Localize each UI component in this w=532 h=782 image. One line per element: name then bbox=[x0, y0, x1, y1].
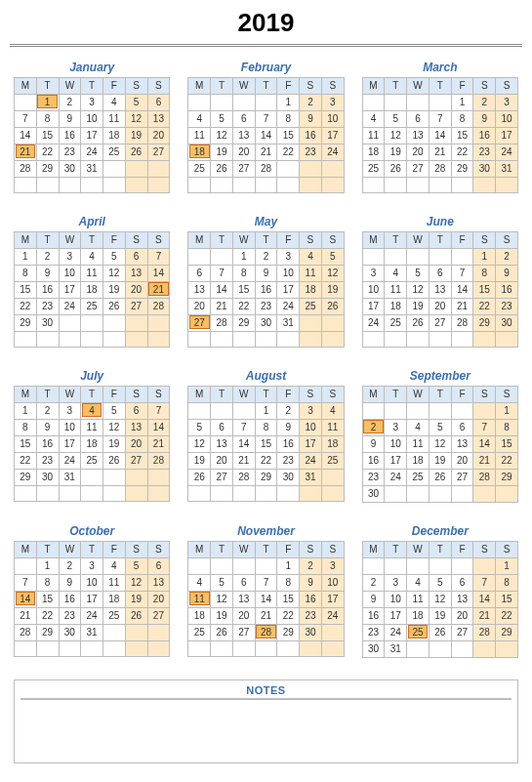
day-cell: 14 bbox=[147, 266, 170, 282]
day-cell: 5 bbox=[103, 403, 126, 420]
day-cell: 26 bbox=[385, 161, 407, 178]
month-september: SeptemberMTWTFSS123456789101112131415161… bbox=[362, 369, 518, 503]
day-cell: 16 bbox=[59, 128, 81, 144]
day-cell bbox=[103, 332, 126, 348]
dow-header: M bbox=[15, 387, 37, 403]
day-cell bbox=[496, 332, 518, 348]
day-cell: 10 bbox=[59, 420, 81, 436]
day-cell: 15 bbox=[277, 592, 300, 608]
day-cell: 20 bbox=[451, 453, 473, 470]
day-cell: 18 bbox=[362, 144, 385, 161]
day-cell bbox=[125, 470, 147, 486]
day-cell bbox=[36, 641, 59, 657]
day-cell: 21 bbox=[15, 608, 37, 625]
day-cell bbox=[15, 558, 37, 575]
day-cell: 15 bbox=[496, 436, 518, 453]
day-cell bbox=[429, 332, 451, 348]
day-cell bbox=[362, 95, 385, 111]
month-august: AugustMTWTFSS123456789101112131415161718… bbox=[187, 369, 344, 503]
day-cell: 26 bbox=[188, 470, 211, 486]
day-cell bbox=[255, 332, 277, 348]
day-cell bbox=[147, 332, 170, 348]
day-cell: 27 bbox=[451, 625, 473, 641]
day-cell bbox=[59, 178, 81, 193]
day-cell: 7 bbox=[232, 420, 255, 436]
day-cell: 11 bbox=[188, 128, 211, 144]
dow-header: W bbox=[407, 78, 430, 95]
day-cell: 11 bbox=[103, 575, 126, 592]
day-cell bbox=[125, 332, 147, 348]
day-cell: 30 bbox=[496, 315, 518, 332]
day-cell bbox=[15, 486, 37, 502]
day-cell: 8 bbox=[496, 420, 518, 436]
day-cell: 13 bbox=[125, 420, 147, 436]
highlighted-day: 27 bbox=[189, 315, 210, 329]
day-cell bbox=[473, 178, 496, 193]
dow-header: S bbox=[473, 232, 496, 249]
day-cell: 30 bbox=[36, 470, 59, 486]
day-cell: 21 bbox=[473, 453, 496, 470]
dow-header: T bbox=[36, 78, 59, 95]
day-cell: 30 bbox=[277, 470, 300, 486]
month-name: November bbox=[187, 524, 344, 538]
day-cell bbox=[473, 641, 496, 658]
day-cell bbox=[125, 315, 147, 332]
highlighted-day: 21 bbox=[16, 144, 36, 158]
day-cell: 13 bbox=[125, 266, 147, 282]
month-april: AprilMTWTFSS1234567891011121314151617181… bbox=[14, 215, 170, 348]
day-cell: 24 bbox=[59, 453, 81, 470]
day-cell: 21 bbox=[15, 144, 37, 161]
day-cell: 3 bbox=[81, 95, 103, 111]
day-cell: 4 bbox=[81, 249, 103, 266]
day-cell: 24 bbox=[385, 470, 407, 486]
day-cell: 20 bbox=[232, 608, 255, 625]
dow-header: T bbox=[81, 232, 103, 249]
dow-header: F bbox=[277, 232, 300, 249]
day-cell: 1 bbox=[451, 95, 473, 111]
day-cell bbox=[300, 641, 322, 657]
day-cell: 29 bbox=[36, 625, 59, 641]
day-cell bbox=[211, 558, 233, 575]
dow-header: T bbox=[36, 542, 59, 558]
day-cell: 9 bbox=[473, 111, 496, 128]
day-cell bbox=[407, 641, 430, 658]
day-cell bbox=[188, 558, 211, 575]
day-cell: 15 bbox=[277, 128, 300, 144]
day-cell: 5 bbox=[103, 249, 126, 266]
dow-header: T bbox=[385, 232, 407, 249]
day-cell: 27 bbox=[211, 470, 233, 486]
dow-header: S bbox=[496, 542, 518, 558]
day-cell: 2 bbox=[362, 575, 385, 592]
day-cell bbox=[103, 486, 126, 502]
dow-header: T bbox=[255, 78, 277, 95]
day-cell: 3 bbox=[385, 575, 407, 592]
day-cell: 28 bbox=[147, 453, 170, 470]
day-cell: 27 bbox=[232, 625, 255, 641]
day-cell: 26 bbox=[103, 299, 126, 315]
dow-header: S bbox=[321, 542, 344, 558]
divider bbox=[10, 44, 522, 47]
day-cell bbox=[36, 486, 59, 502]
day-cell bbox=[211, 249, 233, 266]
day-cell bbox=[385, 486, 407, 503]
day-cell: 3 bbox=[362, 266, 385, 282]
day-cell bbox=[451, 486, 473, 503]
day-cell bbox=[300, 161, 322, 178]
day-cell bbox=[407, 558, 430, 575]
day-cell: 21 bbox=[473, 608, 496, 625]
day-cell: 28 bbox=[15, 625, 37, 641]
day-cell bbox=[15, 641, 37, 657]
month-february: FebruaryMTWTFSS1234567891011121314151617… bbox=[187, 61, 344, 193]
day-cell: 25 bbox=[188, 625, 211, 641]
dow-header: S bbox=[473, 78, 496, 95]
day-cell: 20 bbox=[211, 453, 233, 470]
day-cell bbox=[125, 641, 147, 657]
day-cell: 25 bbox=[407, 625, 430, 641]
day-cell bbox=[188, 486, 211, 502]
day-cell: 11 bbox=[407, 436, 430, 453]
day-cell: 1 bbox=[496, 403, 518, 420]
day-cell bbox=[300, 486, 322, 502]
day-cell: 31 bbox=[81, 625, 103, 641]
day-cell bbox=[385, 178, 407, 193]
day-cell: 20 bbox=[407, 144, 430, 161]
